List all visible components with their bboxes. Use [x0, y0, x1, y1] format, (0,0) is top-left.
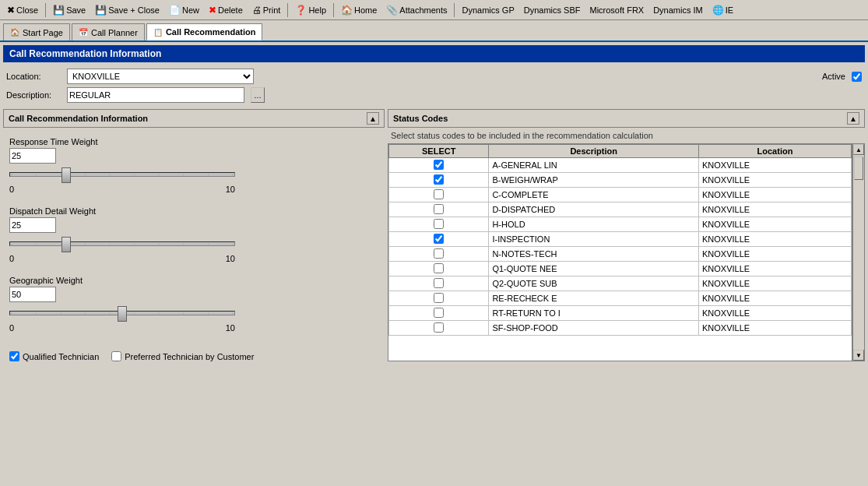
content-area: Call Recommendation Information Location…	[0, 42, 868, 486]
dispatch-detail-value: 25	[9, 217, 56, 233]
status-scrollbar[interactable]: ▲ ▼	[852, 143, 865, 361]
row-description-cell: H-HOLD	[489, 217, 699, 232]
row-description-cell: C-COMPLETE	[489, 188, 699, 202]
row-description-cell: N-NOTES-TECH	[489, 247, 699, 262]
row-location-cell: KNOXVILLE	[698, 232, 851, 247]
save-button[interactable]: 💾 Save	[49, 2, 90, 19]
row-description-cell: SF-SHOP-FOOD	[489, 321, 699, 336]
row-location-cell: KNOXVILLE	[698, 158, 851, 173]
tab-call-recommendation[interactable]: 📋 Call Recommendation	[146, 23, 263, 40]
row-description-cell: RE-RECHECK E	[489, 291, 699, 306]
tab-start-page[interactable]: 🏠 Start Page	[3, 23, 70, 40]
scrollbar-thumb[interactable]	[854, 157, 863, 180]
row-select-cell[interactable]	[389, 173, 489, 188]
table-row: A-GENERAL LINKNOXVILLE	[389, 158, 852, 173]
row-select-cell[interactable]	[389, 217, 489, 232]
left-panel-collapse-button[interactable]: ▲	[367, 112, 379, 125]
dynamics-sbf-button[interactable]: Dynamics SBF	[520, 2, 585, 19]
close-button[interactable]: ✖ Close	[3, 2, 42, 19]
description-label: Description:	[6, 90, 61, 100]
tab-call-planner[interactable]: 📅 Call Planner	[72, 23, 145, 40]
row-location-cell: KNOXVILLE	[698, 173, 851, 188]
qualified-technician-label: Qualified Technician	[23, 352, 99, 361]
delete-button[interactable]: ✖ Delete	[205, 2, 247, 19]
row-location-cell: KNOXVILLE	[698, 217, 851, 232]
status-table: SELECT Description Location A-GENERAL LI…	[388, 144, 852, 336]
panels-container: Call Recommendation Information ▲ Respon…	[0, 109, 868, 486]
print-button[interactable]: 🖨 Print	[248, 2, 285, 19]
help-button[interactable]: ❓ Help	[291, 2, 330, 19]
col-description: Description	[489, 145, 699, 158]
dispatch-detail-section: Dispatch Detail Weight 25 ·········· 0 1…	[3, 203, 385, 266]
status-table-wrapper: SELECT Description Location A-GENERAL LI…	[388, 143, 865, 361]
row-select-cell[interactable]	[389, 202, 489, 217]
location-select[interactable]: KNOXVILLE	[67, 69, 254, 84]
preferred-technician-label: Preferred Technician by Customer	[125, 352, 254, 361]
table-row: Q2-QUOTE SUBKNOXVILLE	[389, 276, 852, 291]
right-panel-header: Status Codes ▲	[388, 109, 865, 128]
microsoft-frx-button[interactable]: Microsoft FRX	[585, 2, 648, 19]
dynamics-gp-button[interactable]: Dynamics GP	[458, 2, 518, 19]
row-description-cell: RT-RETURN TO I	[489, 306, 699, 321]
ie-button[interactable]: 🌐 IE	[708, 2, 737, 19]
description-input[interactable]	[67, 87, 244, 103]
row-select-cell[interactable]	[389, 262, 489, 276]
table-row: RT-RETURN TO IKNOXVILLE	[389, 306, 852, 321]
row-select-cell[interactable]	[389, 188, 489, 202]
active-checkbox[interactable]	[852, 72, 862, 82]
row-select-checkbox[interactable]	[434, 189, 444, 199]
response-time-thumb[interactable]	[61, 167, 71, 183]
qualified-technician-checkbox[interactable]	[9, 351, 19, 361]
row-select-cell[interactable]	[389, 276, 489, 291]
separator-1	[45, 3, 46, 17]
status-table-container: SELECT Description Location A-GENERAL LI…	[388, 143, 852, 361]
attachments-button[interactable]: 📎 Attachments	[382, 2, 451, 19]
row-description-cell: D-DISPATCHED	[489, 202, 699, 217]
geographic-range: 0 10	[9, 323, 235, 333]
ie-icon: 🌐	[712, 5, 724, 16]
row-select-cell[interactable]	[389, 158, 489, 173]
geographic-slider[interactable]: ··········	[9, 311, 235, 315]
row-select-checkbox[interactable]	[434, 263, 444, 273]
row-select-cell[interactable]	[389, 247, 489, 262]
home-button[interactable]: 🏠 Home	[337, 2, 381, 19]
row-select-checkbox[interactable]	[434, 308, 444, 318]
row-select-checkbox[interactable]	[434, 219, 444, 229]
dispatch-detail-thumb[interactable]	[61, 237, 71, 252]
scrollbar-up-button[interactable]: ▲	[853, 144, 864, 155]
response-time-track: ··········	[9, 165, 378, 184]
geographic-thumb[interactable]	[118, 306, 127, 322]
start-page-icon: 🏠	[10, 28, 19, 37]
new-icon: 📄	[169, 5, 181, 16]
row-select-cell[interactable]	[389, 291, 489, 306]
row-select-checkbox[interactable]	[434, 248, 444, 259]
right-panel-collapse-button[interactable]: ▲	[847, 112, 859, 125]
save-close-icon: 💾	[95, 5, 107, 16]
preferred-technician-checkbox[interactable]	[111, 351, 121, 361]
row-select-checkbox[interactable]	[434, 174, 444, 185]
row-select-checkbox[interactable]	[434, 204, 444, 214]
dispatch-detail-slider[interactable]: ··········	[9, 241, 235, 246]
description-lookup-button[interactable]: …	[251, 87, 265, 103]
row-select-cell[interactable]	[389, 232, 489, 247]
row-location-cell: KNOXVILLE	[698, 291, 851, 306]
row-select-checkbox[interactable]	[434, 293, 444, 303]
row-select-cell[interactable]	[389, 306, 489, 321]
row-select-cell[interactable]	[389, 321, 489, 336]
save-close-button[interactable]: 💾 Save + Close	[91, 2, 163, 19]
response-time-label: Response Time Weight	[9, 137, 378, 146]
home-icon: 🏠	[341, 5, 353, 16]
dynamics-im-button[interactable]: Dynamics IM	[649, 2, 707, 19]
row-select-checkbox[interactable]	[434, 234, 444, 244]
new-button[interactable]: 📄 New	[165, 2, 203, 19]
col-location: Location	[698, 145, 851, 158]
print-icon: 🖨	[252, 5, 262, 16]
response-time-slider[interactable]: ··········	[9, 172, 235, 177]
row-select-checkbox[interactable]	[434, 278, 444, 288]
row-location-cell: KNOXVILLE	[698, 247, 851, 262]
scrollbar-down-button[interactable]: ▼	[853, 350, 864, 361]
row-select-checkbox[interactable]	[434, 160, 444, 170]
row-select-checkbox[interactable]	[434, 322, 444, 333]
left-panel-header: Call Recommendation Information ▲	[3, 109, 385, 128]
separator-2	[287, 3, 288, 17]
